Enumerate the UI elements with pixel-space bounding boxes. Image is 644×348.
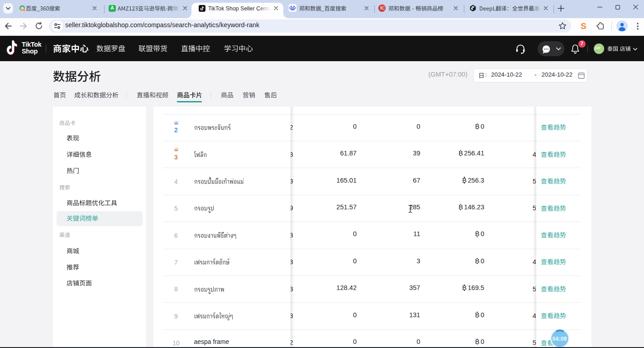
svg-text:du: du — [291, 8, 294, 10]
